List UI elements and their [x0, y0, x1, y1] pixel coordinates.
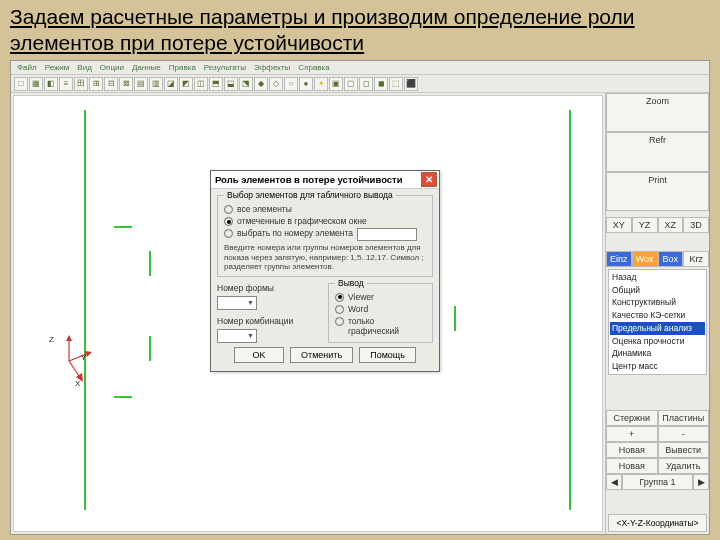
list-item[interactable]: Назад	[610, 271, 705, 284]
toolbar-button[interactable]: ◫	[194, 77, 208, 91]
toolbar-button[interactable]: ◇	[269, 77, 283, 91]
group-prev[interactable]: ◀	[606, 474, 622, 490]
toolbar-button[interactable]: ◩	[179, 77, 193, 91]
toolbar-button[interactable]: 田	[74, 77, 88, 91]
menu-item[interactable]: Данные	[132, 63, 161, 72]
menu-item[interactable]: Опции	[100, 63, 124, 72]
form-number-label: Номер формы	[217, 283, 322, 293]
cancel-button[interactable]: Отменить	[290, 347, 353, 363]
toolbar-button[interactable]: □	[14, 77, 28, 91]
toolbar-button[interactable]: ◻	[359, 77, 373, 91]
combination-combo[interactable]: ▼	[217, 329, 257, 343]
radio-label: Viewer	[348, 292, 374, 302]
refresh-button[interactable]: Refr	[606, 132, 709, 171]
grid-novaya[interactable]: Новая	[606, 442, 658, 458]
toolbar-button[interactable]: ◆	[254, 77, 268, 91]
toolbar-button[interactable]: ⬒	[209, 77, 223, 91]
close-icon[interactable]: ✕	[421, 172, 437, 187]
menu-item[interactable]: Правка	[169, 63, 196, 72]
chevron-down-icon: ▼	[247, 299, 254, 306]
chevron-down-icon: ▼	[247, 332, 254, 339]
grid-vyvesti[interactable]: Вывести	[658, 442, 710, 458]
combo-number-label: Номер комбинации	[217, 316, 322, 326]
menu-item[interactable]: Эффекты	[254, 63, 290, 72]
form-number-combo[interactable]: ▼	[217, 296, 257, 310]
group-label: Группа 1	[622, 474, 693, 490]
toolbar-button[interactable]: ▦	[29, 77, 43, 91]
filter-krz[interactable]: Krz	[683, 251, 709, 267]
toolbar-button[interactable]: ⬚	[389, 77, 403, 91]
list-item[interactable]: Предельный анализ	[610, 322, 705, 335]
radio-by-number[interactable]	[224, 229, 233, 238]
group-title: Выбор элементов для табличного вывода	[224, 190, 396, 200]
radio-label: выбрать по номеру элемента	[237, 228, 353, 238]
menu-item[interactable]: Результаты	[204, 63, 246, 72]
menu-item[interactable]: Файл	[17, 63, 37, 72]
element-number-input[interactable]	[357, 228, 417, 241]
radio-label: все элементы	[237, 204, 292, 214]
grid-minus[interactable]: -	[658, 426, 710, 442]
toolbar-button[interactable]: ⬛	[404, 77, 418, 91]
toolbar-button[interactable]: ◼	[374, 77, 388, 91]
grid-plastiny[interactable]: Пластины	[658, 410, 710, 426]
view-xy[interactable]: XY	[606, 217, 632, 233]
ok-button[interactable]: OK	[234, 347, 284, 363]
axis-x-label: X	[75, 379, 80, 388]
toolbar-button[interactable]: ✦	[314, 77, 328, 91]
toolbar-button[interactable]: ●	[299, 77, 313, 91]
view-yz[interactable]: YZ	[632, 217, 658, 233]
list-item[interactable]: Конструктивный	[610, 296, 705, 309]
toolbar-button[interactable]: ○	[284, 77, 298, 91]
grid-sterzhni[interactable]: Стержни	[606, 410, 658, 426]
toolbar-button[interactable]: ≡	[59, 77, 73, 91]
toolbar-button[interactable]: ⬔	[239, 77, 253, 91]
mode-list[interactable]: Назад Общий Конструктивный Качество КЭ-с…	[608, 269, 707, 375]
view-3d[interactable]: 3D	[683, 217, 709, 233]
toolbar: □ ▦ ◧ ≡ 田 ⊞ ⊟ ⊠ ▤ ▥ ◪ ◩ ◫ ⬒ ⬓ ⬔ ◆ ◇ ○ ● …	[11, 75, 709, 93]
toolbar-button[interactable]: ⊞	[89, 77, 103, 91]
toolbar-button[interactable]: ◧	[44, 77, 58, 91]
radio-output-graphic[interactable]	[335, 317, 344, 326]
menu-item[interactable]: Вид	[77, 63, 91, 72]
grid-novaya2[interactable]: Новая	[606, 458, 658, 474]
radio-all-elements[interactable]	[224, 205, 233, 214]
toolbar-button[interactable]: ⊟	[104, 77, 118, 91]
list-item[interactable]: Оценка прочности	[610, 335, 705, 348]
toolbar-button[interactable]: ⬓	[224, 77, 238, 91]
radio-output-word[interactable]	[335, 305, 344, 314]
filter-wox[interactable]: Wox	[632, 251, 658, 267]
toolbar-button[interactable]: ◪	[164, 77, 178, 91]
view-xz[interactable]: XZ	[658, 217, 684, 233]
list-item[interactable]: Качество КЭ-сетки	[610, 309, 705, 322]
radio-label: Word	[348, 304, 368, 314]
group-output: Вывод Viewer Word только графический	[328, 283, 433, 343]
toolbar-button[interactable]: ⊠	[119, 77, 133, 91]
toolbar-button[interactable]: ▢	[344, 77, 358, 91]
menu-item[interactable]: Режим	[45, 63, 70, 72]
grid-udalit[interactable]: Удалить	[658, 458, 710, 474]
filter-einz[interactable]: Einz	[606, 251, 632, 267]
group-title: Вывод	[335, 278, 367, 288]
list-item[interactable]: Динамика	[610, 347, 705, 360]
slide-title: Задаем расчетные параметры и производим …	[10, 4, 720, 57]
help-button[interactable]: Помощь	[359, 347, 416, 363]
radio-output-viewer[interactable]	[335, 293, 344, 302]
list-item[interactable]: Общий	[610, 284, 705, 297]
radio-marked-in-window[interactable]	[224, 217, 233, 226]
toolbar-button[interactable]: ▤	[134, 77, 148, 91]
axis-y-label: Y	[81, 353, 86, 362]
svg-marker-1	[66, 335, 72, 341]
toolbar-button[interactable]: ▣	[329, 77, 343, 91]
toolbar-button[interactable]: ▥	[149, 77, 163, 91]
group-next[interactable]: ▶	[693, 474, 709, 490]
grid-plus[interactable]: +	[606, 426, 658, 442]
dialog-title-text: Роль элементов в потере устойчивости	[215, 174, 403, 185]
print-button[interactable]: Print	[606, 172, 709, 211]
zoom-button[interactable]: Zoom	[606, 93, 709, 132]
list-item[interactable]: Центр масс	[610, 360, 705, 373]
menubar: Файл Режим Вид Опции Данные Правка Резул…	[11, 61, 709, 75]
axis-z-label: Z	[49, 335, 54, 344]
status-coordinates: <X-Y-Z-Координаты>	[608, 514, 707, 532]
filter-box[interactable]: Box	[658, 251, 684, 267]
menu-item[interactable]: Справка	[298, 63, 329, 72]
